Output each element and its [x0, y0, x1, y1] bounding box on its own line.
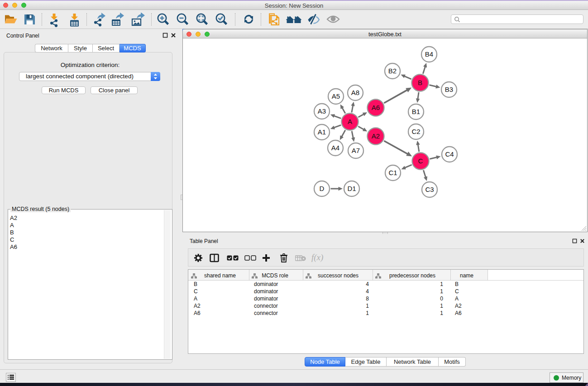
svg-text:B4: B4 — [425, 50, 433, 58]
svg-text:B3: B3 — [445, 86, 453, 93]
svg-text:C1: C1 — [388, 169, 397, 176]
svg-text:C4: C4 — [445, 150, 454, 158]
svg-text:B: B — [418, 79, 422, 86]
svg-text:A: A — [348, 118, 352, 125]
svg-text:C2: C2 — [411, 128, 420, 135]
svg-text:A4: A4 — [331, 144, 339, 152]
svg-text:A6: A6 — [372, 104, 380, 111]
svg-text:C3: C3 — [425, 186, 434, 193]
svg-text:A3: A3 — [318, 107, 326, 115]
svg-text:D: D — [320, 185, 325, 192]
svg-text:A2: A2 — [372, 132, 380, 140]
svg-text:D1: D1 — [347, 185, 356, 192]
svg-text:A7: A7 — [352, 147, 360, 154]
svg-text:B1: B1 — [412, 108, 420, 115]
svg-text:A5: A5 — [332, 92, 340, 100]
svg-text:A8: A8 — [351, 89, 359, 96]
svg-text:A1: A1 — [318, 128, 326, 136]
svg-text:C: C — [418, 157, 423, 165]
svg-text:B2: B2 — [388, 67, 397, 75]
